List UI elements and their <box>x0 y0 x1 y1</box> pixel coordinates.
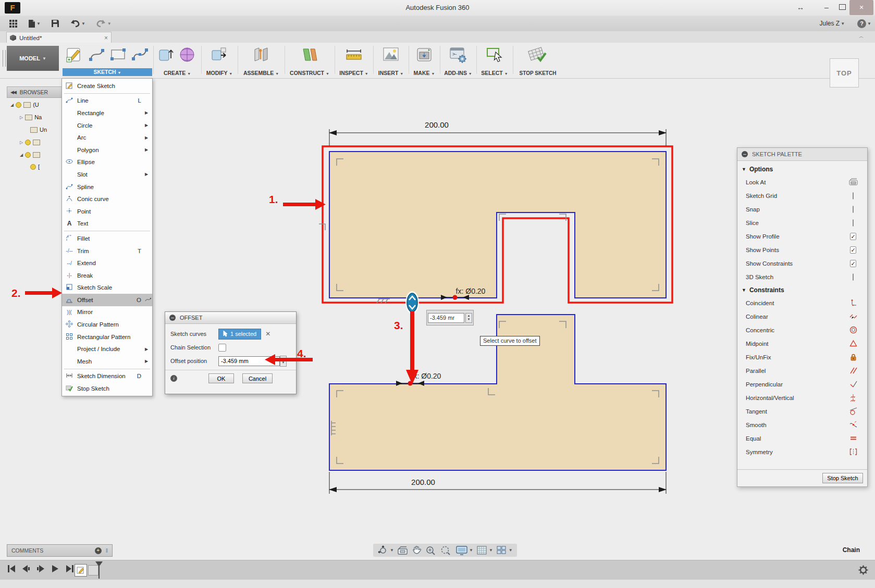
value-spinner[interactable]: ▲▼ <box>465 313 472 323</box>
sketch-palette-header[interactable]: – SKETCH PALETTE <box>737 148 867 161</box>
spin-up-icon[interactable]: ▲ <box>282 357 285 361</box>
expanded-triangle-icon[interactable]: ◢ <box>20 153 23 157</box>
constraint-row-fix-unfix[interactable]: Fix/UnFix <box>737 351 867 364</box>
collapse-panel-icon[interactable]: ◀◀ <box>10 90 16 95</box>
option-row-show-profile[interactable]: Show Profile ✓ <box>737 230 867 243</box>
offset-position-input[interactable] <box>218 356 280 366</box>
canvas-offset-spinner[interactable]: -3.459 mr ▲▼ <box>426 310 474 326</box>
snap-checkbox[interactable] <box>853 206 854 213</box>
timeline-settings-gear-icon[interactable] <box>858 565 869 576</box>
stop-sketch-palette-button[interactable]: Stop Sketch <box>822 473 863 483</box>
clear-selection-icon[interactable]: ✕ <box>265 330 270 337</box>
timeline-position-marker[interactable] <box>95 560 103 580</box>
visibility-bulb-icon[interactable] <box>25 140 31 145</box>
top-dimension[interactable]: 200.00 <box>329 120 667 146</box>
menu-item-offset[interactable]: Offset O <box>62 294 152 306</box>
constraint-row-coincident[interactable]: Coincident <box>737 296 867 310</box>
go-to-end-button[interactable] <box>66 565 74 573</box>
menu-item-project-include[interactable]: Project / Include ▶ <box>62 343 152 355</box>
top-profile-shape[interactable] <box>329 152 666 298</box>
constraint-row-perpendicular[interactable]: Perpendicular <box>737 378 867 391</box>
show-profile-checkbox[interactable]: ✓ <box>850 233 856 240</box>
menu-item-polygon[interactable]: Polygon ▶ <box>62 144 152 156</box>
visibility-bulb-icon[interactable] <box>16 102 21 108</box>
visibility-bulb-icon[interactable] <box>30 164 36 170</box>
browser-row[interactable]: Un <box>30 125 47 134</box>
timeline-sketch-feature[interactable] <box>75 564 87 577</box>
add-comment-icon[interactable]: + <box>95 547 102 554</box>
browser-row[interactable]: [ <box>30 162 40 171</box>
menu-item-extend[interactable]: --/ Extend <box>62 257 152 269</box>
zoom-button[interactable] <box>425 545 437 556</box>
constraint-row-equal[interactable]: Equal <box>737 432 867 445</box>
option-row-3d-sketch[interactable]: 3D Sketch <box>737 270 867 284</box>
browser-row-root[interactable]: ◢ (U <box>10 100 39 109</box>
menu-item-spline[interactable]: Spline <box>62 181 152 193</box>
spin-down-icon[interactable]: ▼ <box>282 361 285 365</box>
ok-button[interactable]: OK <box>208 373 234 383</box>
spin-up-icon[interactable]: ▲ <box>467 314 471 318</box>
collapse-dialog-icon[interactable]: – <box>169 315 176 321</box>
pan-button[interactable] <box>412 545 422 556</box>
menu-item-sketch-dimension[interactable]: Sketch Dimension D <box>62 370 152 383</box>
canvas-offset-value[interactable]: -3.459 mr <box>428 313 464 323</box>
browser-row[interactable]: ▷ Na <box>20 112 42 122</box>
menu-item-stop-sketch[interactable]: Stop Sketch <box>62 382 152 395</box>
menu-item-circular-pattern[interactable]: Circular Pattern <box>62 318 152 331</box>
constraint-row-horizontal-vertical[interactable]: Horizontal/Vertical <box>737 391 867 405</box>
visibility-bulb-icon[interactable] <box>25 152 31 158</box>
option-row-look-at[interactable]: Look At <box>737 176 867 189</box>
show-points-checkbox[interactable]: ✓ <box>850 246 856 254</box>
menu-item-circle[interactable]: Circle ▶ <box>62 119 152 132</box>
menu-item-rectangle[interactable]: Rectangle ▶ <box>62 107 152 119</box>
look-at-button[interactable] <box>397 546 409 555</box>
value-spinner[interactable]: ▲▼ <box>280 356 287 367</box>
options-section-header[interactable]: ▼ Options <box>737 163 867 176</box>
constraint-row-concentric[interactable]: Concentric <box>737 323 867 337</box>
3d-sketch-checkbox[interactable] <box>853 273 854 281</box>
step-back-button[interactable] <box>22 565 30 573</box>
slice-checkbox[interactable] <box>853 219 854 227</box>
constraint-row-midpoint[interactable]: Midpoint <box>737 337 867 351</box>
bottom-dimension[interactable]: 200.00 <box>329 472 667 494</box>
play-button[interactable] <box>51 565 59 573</box>
selection-button[interactable]: 1 selected <box>218 329 261 340</box>
look-at-icon[interactable] <box>848 178 858 186</box>
info-icon[interactable]: i <box>170 375 177 382</box>
display-settings-button[interactable]: ▼ <box>455 545 473 556</box>
menu-item-create-sketch[interactable]: Create Sketch <box>62 80 152 92</box>
option-row-slice[interactable]: Slice <box>737 216 867 230</box>
chain-selection-checkbox[interactable] <box>218 344 226 352</box>
menu-item-mirror[interactable]: )|( Mirror <box>62 306 152 319</box>
view-cube[interactable]: TOP <box>830 58 859 87</box>
offset-dialog-header[interactable]: – OFFSET <box>165 312 296 324</box>
menu-item-point[interactable]: Point <box>62 205 152 218</box>
sketch-grid-checkbox[interactable] <box>853 192 854 199</box>
go-to-start-button[interactable] <box>7 565 16 573</box>
menu-item-slot[interactable]: Slot ▶ <box>62 168 152 181</box>
collapsed-triangle-icon[interactable]: ▷ <box>20 140 23 145</box>
menu-item-arc[interactable]: Arc ▶ <box>62 131 152 144</box>
menu-item-ellipse[interactable]: Ellipse <box>62 156 152 169</box>
menu-item-sketch-scale[interactable]: Sketch Scale <box>62 282 152 294</box>
comments-bar[interactable]: COMMENTS + ‖ <box>7 544 113 557</box>
menu-item-fillet[interactable]: Fillet <box>62 232 152 245</box>
menu-item-trim[interactable]: -/-- Trim T <box>62 245 152 257</box>
constraint-row-symmetry[interactable]: Symmetry <box>737 445 867 459</box>
orbit-button[interactable]: ▼ <box>377 545 394 556</box>
menu-item-rectangular-pattern[interactable]: Rectangular Pattern <box>62 331 152 343</box>
collapsed-triangle-icon[interactable]: ▷ <box>20 115 23 120</box>
constraint-row-colinear[interactable]: Colinear <box>737 310 867 323</box>
collapse-palette-icon[interactable]: – <box>742 151 748 157</box>
offset-drag-handle[interactable] <box>405 291 419 314</box>
browser-row[interactable]: ◢ <box>20 150 42 159</box>
option-row-show-constraints[interactable]: Show Constraints ✓ <box>737 257 867 270</box>
resize-grip-icon[interactable]: ‖ <box>106 547 108 554</box>
constraint-row-tangent[interactable]: Tangent <box>737 405 867 418</box>
menu-item-break[interactable]: -|- Break <box>62 269 152 282</box>
grid-snap-button[interactable]: ▼ <box>476 545 493 556</box>
browser-row[interactable]: ▷ <box>20 137 42 147</box>
constraints-section-header[interactable]: ▼ Constraints <box>737 284 867 296</box>
constraint-row-parallel[interactable]: Parallel <box>737 364 867 378</box>
menu-item-mesh[interactable]: Mesh ▶ <box>62 355 152 368</box>
